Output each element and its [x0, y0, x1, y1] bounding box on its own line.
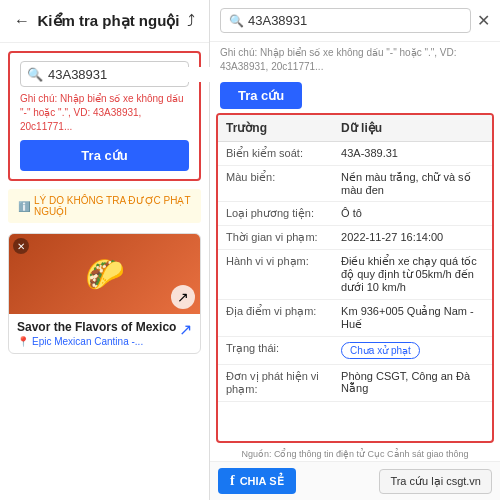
col-data-header: Dữ liệu: [333, 115, 492, 142]
data-cell: Km 936+005 Quảng Nam - Huế: [333, 300, 492, 337]
ad-overlay-icon: ↗: [171, 285, 195, 309]
chia-se-button[interactable]: f CHIA SẺ: [218, 468, 296, 494]
field-cell: Trạng thái:: [218, 337, 333, 365]
ad-body: Savor the Flavors of Mexico 📍 Epic Mexic…: [9, 314, 200, 353]
field-cell: Màu biển:: [218, 166, 333, 202]
right-close-button[interactable]: ✕: [477, 11, 490, 30]
field-cell: Thời gian vi phạm:: [218, 226, 333, 250]
ad-image: 🌮 ✕ ↗: [9, 234, 200, 314]
reason-banner: ℹ️ LÝ DO KHÔNG TRA ĐƯỢC PHẠT NGUỘI: [8, 189, 201, 223]
page-title: Kiểm tra phạt nguội: [38, 12, 180, 30]
search-submit-button[interactable]: Tra cứu: [20, 140, 189, 171]
right-search-icon: 🔍: [229, 14, 244, 28]
data-cell: Phòng CSGT, Công an Đà Nẵng: [333, 365, 492, 402]
info-icon: ℹ️: [18, 201, 30, 212]
ad-subtitle: 📍 Epic Mexican Cantina -...: [17, 336, 176, 347]
back-icon: ←: [14, 12, 30, 29]
table-row: Địa điểm vi phạm:Km 936+005 Quảng Nam - …: [218, 300, 492, 337]
table-row: Thời gian vi phạm:2022-11-27 16:14:00: [218, 226, 492, 250]
field-cell: Loại phương tiện:: [218, 202, 333, 226]
share-icon: ⤴: [187, 12, 195, 29]
result-container: Trường Dữ liệu Biển kiểm soát:43A-389.31…: [216, 113, 494, 443]
share-button[interactable]: ⤴: [185, 10, 197, 32]
data-cell: Nền màu trắng, chữ và số màu đen: [333, 166, 492, 202]
data-cell: Chưa xử phạt: [333, 337, 492, 365]
search-container: 🔍 ✕ Ghi chú: Nhập biển số xe không dấu "…: [8, 51, 201, 181]
table-row: Màu biển:Nền màu trắng, chữ và số màu đe…: [218, 166, 492, 202]
right-search-row: 🔍: [220, 8, 471, 33]
source-text: Nguồn: Cổng thông tin điện tử Cục Cảnh s…: [210, 447, 500, 461]
search-input[interactable]: [48, 67, 216, 82]
field-cell: Biển kiểm soát:: [218, 142, 333, 166]
data-cell: 43A-389.31: [333, 142, 492, 166]
right-search-input[interactable]: [248, 13, 462, 28]
col-field-header: Trường: [218, 115, 333, 142]
search-row: 🔍 ✕: [20, 61, 189, 87]
right-hint: Ghi chú: Nhập biển số xe không dấu "-" h…: [210, 42, 500, 78]
right-search-button[interactable]: Tra cứu: [220, 82, 302, 109]
data-cell: 2022-11-27 16:14:00: [333, 226, 492, 250]
table-row: Biển kiểm soát:43A-389.31: [218, 142, 492, 166]
right-panel: 🔍 ✕ Ghi chú: Nhập biển số xe không dấu "…: [210, 0, 500, 500]
facebook-icon: f: [230, 473, 235, 489]
ad-card[interactable]: 🌮 ✕ ↗ Savor the Flavors of Mexico 📍 Epic…: [8, 233, 201, 354]
field-cell: Hành vi vi phạm:: [218, 250, 333, 300]
table-row: Loại phương tiện:Ô tô: [218, 202, 492, 226]
data-cell: Ô tô: [333, 202, 492, 226]
bottom-bar: f CHIA SẺ Tra cứu lại csgt.vn: [210, 461, 500, 500]
ad-subtitle-text: Epic Mexican Cantina -...: [32, 336, 143, 347]
status-badge: Chưa xử phạt: [341, 342, 420, 359]
left-panel: ← Kiểm tra phạt nguội ⤴ 🔍 ✕ Ghi chú: Nhậ…: [0, 0, 210, 500]
table-row: Hành vi vi phạm:Điều khiển xe chạy quá t…: [218, 250, 492, 300]
data-cell: Điều khiển xe chạy quá tốc độ quy định t…: [333, 250, 492, 300]
reason-text: LÝ DO KHÔNG TRA ĐƯỢC PHẠT NGUỘI: [34, 195, 191, 217]
field-cell: Địa điểm vi phạm:: [218, 300, 333, 337]
table-row: Đơn vị phát hiện vi phạm:Phòng CSGT, Côn…: [218, 365, 492, 402]
right-header: 🔍 ✕: [210, 0, 500, 42]
tra-cuu-csgt-button[interactable]: Tra cứu lại csgt.vn: [379, 469, 492, 494]
left-header: ← Kiểm tra phạt nguội ⤴: [0, 0, 209, 43]
table-header-row: Trường Dữ liệu: [218, 115, 492, 142]
result-table: Trường Dữ liệu Biển kiểm soát:43A-389.31…: [218, 115, 492, 402]
search-icon: 🔍: [27, 67, 43, 82]
ad-action-icon[interactable]: ↗: [179, 320, 192, 339]
close-ad-button[interactable]: ✕: [13, 238, 29, 254]
ad-title: Savor the Flavors of Mexico: [17, 320, 176, 334]
location-icon: 📍: [17, 336, 29, 347]
search-hint: Ghi chú: Nhập biển số xe không dấu "-" h…: [20, 92, 189, 134]
food-icon: 🌮: [85, 255, 125, 293]
tra-cuu-csgt-label: Tra cứu lại csgt.vn: [390, 475, 481, 488]
back-button[interactable]: ←: [12, 10, 32, 32]
chia-se-label: CHIA SẺ: [240, 475, 284, 488]
table-row: Trạng thái:Chưa xử phạt: [218, 337, 492, 365]
field-cell: Đơn vị phát hiện vi phạm:: [218, 365, 333, 402]
